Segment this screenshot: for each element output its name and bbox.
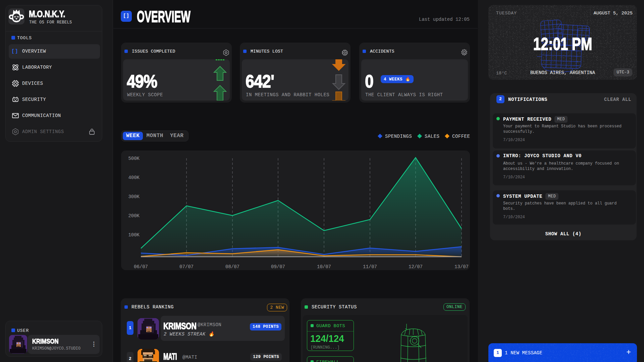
svg-text:10/07: 10/07 — [317, 264, 331, 269]
svg-text:12/07: 12/07 — [409, 264, 423, 269]
svg-text:06/07: 06/07 — [134, 264, 148, 269]
svg-text:100K: 100K — [128, 232, 140, 238]
svg-text:08/07: 08/07 — [225, 264, 239, 269]
svg-text:11/07: 11/07 — [363, 264, 377, 269]
svg-text:400K: 400K — [128, 175, 140, 180]
svg-text:200K: 200K — [128, 213, 140, 219]
svg-text:07/07: 07/07 — [179, 264, 194, 269]
svg-text:13/07: 13/07 — [454, 264, 469, 269]
svg-text:300K: 300K — [128, 194, 140, 199]
svg-text:09/07: 09/07 — [271, 264, 285, 269]
svg-text:500K: 500K — [128, 156, 140, 161]
